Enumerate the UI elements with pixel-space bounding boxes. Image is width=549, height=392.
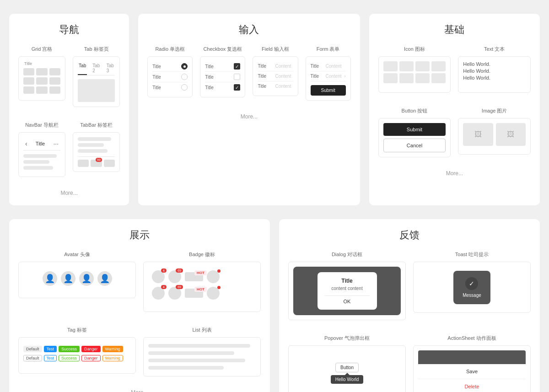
tab-component: Tab 标签页 Tab Tab 2 Tab 3 xyxy=(73,46,120,107)
field-val-2: Content xyxy=(275,84,291,89)
tag-outline-4: Warning xyxy=(102,355,123,361)
input-more[interactable]: More... xyxy=(147,113,350,120)
list-line-2 xyxy=(148,359,245,362)
radio-text-2: Title xyxy=(152,85,161,90)
radio-text-0: Title xyxy=(152,64,161,69)
input-title: 输入 xyxy=(147,23,350,37)
form-submit-btn[interactable]: Submit xyxy=(311,85,346,96)
image-label: Image 图片 xyxy=(458,107,531,114)
badge-item-0: 4 xyxy=(152,270,165,283)
toast-box: ✓ Message xyxy=(413,262,531,313)
tag-outline-1: Test xyxy=(44,355,57,361)
display-more[interactable]: More... xyxy=(18,389,261,392)
popover-bubble: Hello World xyxy=(331,375,364,384)
checkbox-row-1[interactable]: Title xyxy=(205,72,240,82)
icon-cell-4 xyxy=(383,73,398,83)
tabbar-item-1[interactable]: 99 xyxy=(91,160,102,167)
checkbox-check-0: ✓ xyxy=(234,63,240,70)
image-box: 🖼 🖼 xyxy=(458,118,531,155)
checkbox-row-0[interactable]: Title ✓ xyxy=(205,61,240,72)
checkbox-check-1 xyxy=(234,74,240,80)
badge-item-1: 69 xyxy=(168,270,181,283)
list-box xyxy=(143,337,261,376)
dialog-ok-btn[interactable]: OK xyxy=(325,295,370,304)
tag-outline-0: Default xyxy=(23,355,42,361)
as-item-delete[interactable]: Delete xyxy=(418,379,526,392)
text-line-0: Hello World. xyxy=(463,61,526,67)
badge-label: Badge 徽标 xyxy=(143,251,261,258)
text-box: Hello World. Hello World. Hello World. xyxy=(458,56,531,93)
checkbox-text-0: Title xyxy=(205,64,214,69)
navbar-component: NavBar 导航栏 ‹ Title ··· xyxy=(18,122,65,177)
tab-label: Tab 标签页 xyxy=(73,46,120,53)
navbar-back-icon[interactable]: ‹ xyxy=(25,140,27,147)
list-component: List 列表 xyxy=(143,327,261,376)
nav-more[interactable]: More... xyxy=(18,190,120,196)
badge-num-3: 69 xyxy=(176,285,183,289)
navbar-more-icon[interactable]: ··· xyxy=(53,140,59,147)
grid-label: Grid 宫格 xyxy=(18,46,65,53)
avatar-3: 👤 xyxy=(97,271,112,286)
tag-filled-4: Warning xyxy=(102,346,123,352)
form-label: Form 表单 xyxy=(306,46,351,53)
dialog-component: Dialog 对话框 Title content content OK xyxy=(288,251,406,320)
field-box: Title Content Title Content Title Conten… xyxy=(253,56,298,96)
tag-filled-2: Success xyxy=(59,346,80,352)
avatar-icon-0: 👤 xyxy=(45,274,55,284)
checkbox-box: Title ✓ Title Title ✓ xyxy=(200,56,245,97)
toast-label: Toast 吐司提示 xyxy=(413,251,531,258)
checkbox-row-2[interactable]: Title ✓ xyxy=(205,82,240,92)
text-line-1: Hello World. xyxy=(463,68,526,74)
button-component: Button 按钮 Submit Cancel xyxy=(378,107,451,157)
grid-title-text: Title xyxy=(23,61,60,66)
btn-primary[interactable]: Submit xyxy=(383,123,446,136)
radio-row-2[interactable]: Title xyxy=(152,82,188,92)
tag-label: Tag 标签 xyxy=(18,327,136,333)
grid-component: Grid 宫格 Title xyxy=(18,46,65,107)
navbar-box: ‹ Title ··· xyxy=(18,132,65,177)
tabbar-item-2[interactable] xyxy=(104,160,115,167)
radio-row-1[interactable]: Title xyxy=(152,72,188,82)
image-icon-1: 🖼 xyxy=(507,130,514,139)
avatar-2: 👤 xyxy=(79,271,94,286)
icon-cell-1 xyxy=(399,61,414,71)
img-placeholder-0: 🖼 xyxy=(463,123,493,146)
tab-item-1[interactable]: Tab 2 xyxy=(92,61,101,75)
form-key-0: Title xyxy=(311,64,322,69)
icon-cell-3 xyxy=(431,61,446,71)
form-box: Title Content Title Content › Submit xyxy=(306,56,351,101)
tab-content xyxy=(78,79,115,102)
base-more[interactable]: More... xyxy=(378,170,531,177)
checkbox-check-2: ✓ xyxy=(234,84,240,91)
dialog-content: content content xyxy=(325,286,370,291)
popover-trigger-btn[interactable]: Button xyxy=(335,363,359,372)
avatar-0: 👤 xyxy=(43,271,57,286)
form-val-1: Content xyxy=(326,74,344,79)
radio-check-0 xyxy=(181,63,188,70)
tab-item-2[interactable]: Tab 3 xyxy=(106,61,115,75)
radio-row-0[interactable]: Title xyxy=(152,61,188,72)
actionsheet-label: ActionSheet 动作面板 xyxy=(413,335,531,342)
icon-cell-5 xyxy=(399,73,414,83)
feedback-title: 反馈 xyxy=(288,228,531,242)
tag-box: Default Test Success Danger Warning Defa… xyxy=(18,337,136,374)
form-arrow-1: › xyxy=(344,74,345,79)
tag-outline-3: Danger xyxy=(81,355,101,361)
tabbar-item-0[interactable] xyxy=(78,160,89,167)
field-key-2: Title xyxy=(258,84,271,89)
avatar-icon-3: 👤 xyxy=(100,274,110,284)
popover-component: Popover 气泡弹出框 Button Hello World xyxy=(288,335,406,392)
text-line-2: Hello World. xyxy=(463,75,526,81)
tab-item-0[interactable]: Tab xyxy=(78,61,87,75)
btn-secondary[interactable]: Cancel xyxy=(383,139,446,152)
checkbox-component: Checkbox 复选框 Title ✓ Title Title xyxy=(200,46,245,101)
toast-check-icon: ✓ xyxy=(465,277,478,290)
avatar-icon-1: 👤 xyxy=(63,274,73,284)
radio-box: Title Title Title xyxy=(147,56,193,97)
badge-text-0: HOT xyxy=(194,270,207,275)
as-item-save[interactable]: Save xyxy=(418,364,526,379)
base-section: 基础 Icon 图标 xyxy=(369,14,540,205)
icon-label: Icon 图标 xyxy=(378,46,451,53)
radio-component: Radio 单选框 Title Title Title xyxy=(147,46,193,101)
actionsheet-box: Save Delete Cancel xyxy=(413,345,531,392)
